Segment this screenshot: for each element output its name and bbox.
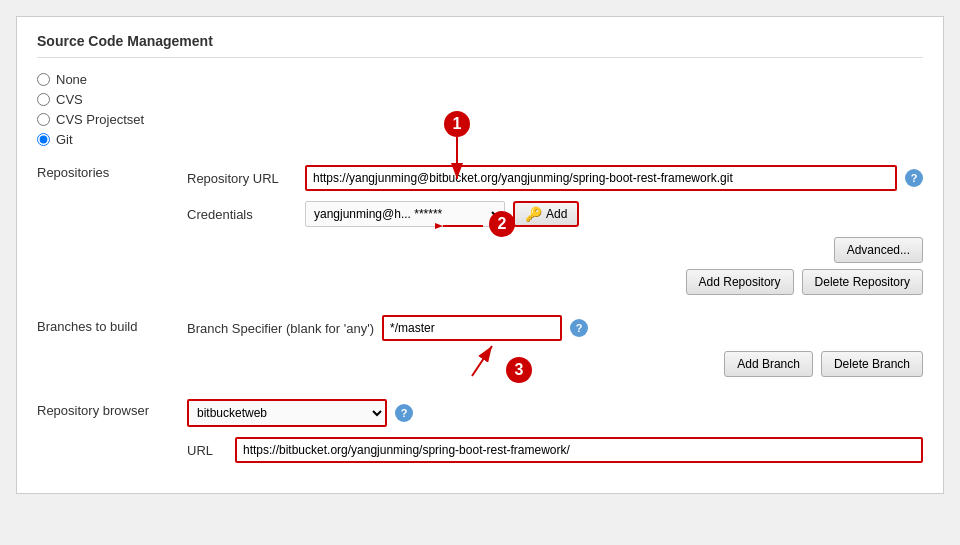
repo-browser-select[interactable]: bitbucketweb (187, 399, 387, 427)
scm-radio-group: None CVS CVS Projectset Git (37, 72, 923, 147)
url-label: URL (187, 443, 227, 458)
radio-none[interactable]: None (37, 72, 923, 87)
advanced-button[interactable]: Advanced... (834, 237, 923, 263)
key-icon: 🔑 (525, 206, 542, 222)
repositories-label: Repositories (37, 161, 167, 301)
arrow-2-svg (435, 221, 485, 261)
credentials-label: Credentials (187, 207, 297, 222)
arrow-1-svg (437, 137, 477, 187)
browser-url-row: URL (187, 437, 923, 463)
branch-specifier-input[interactable] (382, 315, 562, 341)
branch-buttons-row: Add Branch Delete Branch (187, 351, 923, 377)
source-code-management-panel: Source Code Management None CVS CVS Proj… (16, 16, 944, 494)
browser-url-input[interactable] (235, 437, 923, 463)
repository-url-input[interactable] (305, 165, 897, 191)
repo-browser-label: Repository browser (37, 399, 167, 473)
branch-help[interactable]: ? (570, 319, 588, 337)
panel-title: Source Code Management (37, 33, 923, 58)
repo-buttons-row: Advanced... (187, 237, 923, 263)
radio-git[interactable]: Git (37, 132, 923, 147)
git-section: Repositories 1 (37, 161, 923, 301)
repo-browser-content: bitbucketweb ? URL (187, 399, 923, 473)
arrow-3-svg (442, 341, 502, 381)
annotation-1: 1 (437, 111, 477, 187)
svg-line-5 (472, 346, 492, 376)
add-branch-button[interactable]: Add Branch (724, 351, 813, 377)
repository-url-help[interactable]: ? (905, 169, 923, 187)
branch-specifier-label: Branch Specifier (blank for 'any') (187, 321, 374, 336)
repo-browser-help[interactable]: ? (395, 404, 413, 422)
add-delete-repo-row: Add Repository Delete Repository (187, 269, 923, 295)
branches-section: Branches to build Branch Specifier (blan… (37, 315, 923, 383)
credentials-row: Credentials yangjunming@h... ****** 🔑 Ad… (187, 201, 923, 227)
branch-specifier-row: Branch Specifier (blank for 'any') (187, 315, 923, 341)
badge-1: 1 (444, 111, 470, 137)
badge-3: 3 (506, 357, 532, 383)
delete-repository-button[interactable]: Delete Repository (802, 269, 923, 295)
repo-browser-section: Repository browser bitbucketweb ? URL (37, 399, 923, 473)
repositories-content: 1 Repository URL ? (187, 161, 923, 301)
delete-branch-button[interactable]: Delete Branch (821, 351, 923, 377)
badge-2: 2 (489, 211, 515, 237)
annotation-3: 3 (442, 341, 532, 383)
branches-label: Branches to build (37, 315, 167, 383)
annotation-2: 2 (435, 221, 515, 261)
repository-url-label: Repository URL (187, 171, 297, 186)
repo-browser-row: bitbucketweb ? (187, 399, 923, 427)
repository-url-row: Repository URL ? (187, 165, 923, 191)
branches-content: Branch Specifier (blank for 'any') (187, 315, 923, 383)
add-repository-button[interactable]: Add Repository (686, 269, 794, 295)
add-credential-button[interactable]: 🔑 Add (513, 201, 579, 227)
radio-cvs-projectset[interactable]: CVS Projectset (37, 112, 923, 127)
radio-cvs[interactable]: CVS (37, 92, 923, 107)
